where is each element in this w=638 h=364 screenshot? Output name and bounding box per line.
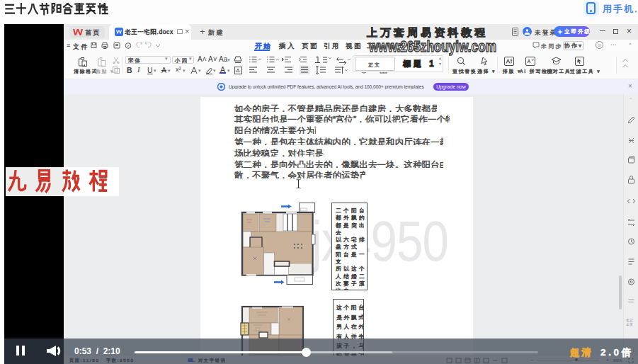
svg-text:A: A: [236, 67, 240, 74]
